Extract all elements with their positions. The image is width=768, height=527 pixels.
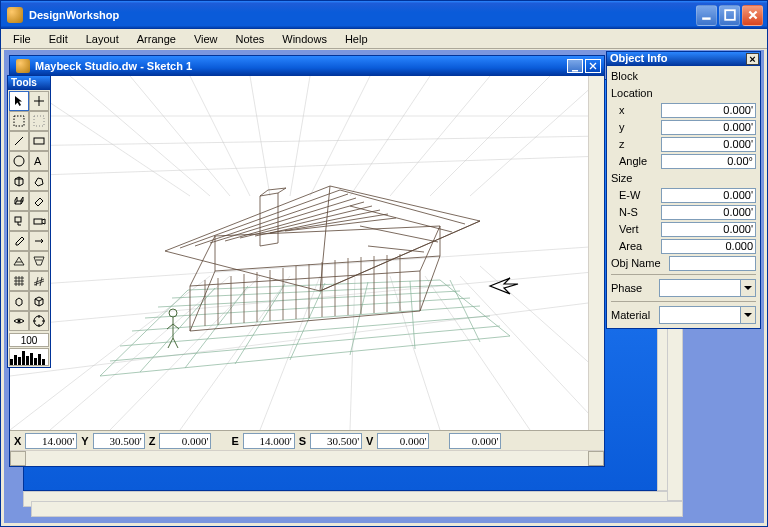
scroll-left-button[interactable] bbox=[10, 451, 26, 466]
cube-tool-icon[interactable] bbox=[9, 171, 29, 191]
extrude-tool-icon[interactable] bbox=[9, 191, 29, 211]
status-x-field[interactable]: 14.000' bbox=[25, 433, 77, 449]
status-e-field[interactable]: 14.000' bbox=[243, 433, 295, 449]
status-z-label: Z bbox=[149, 435, 156, 447]
object-info-title[interactable]: Object Info × bbox=[607, 52, 760, 66]
info-vert-label: Vert bbox=[611, 223, 661, 235]
doc-close-button[interactable] bbox=[585, 59, 601, 73]
svg-rect-6 bbox=[34, 138, 44, 144]
info-angle-field[interactable]: 0.00° bbox=[661, 154, 756, 169]
cube-small-tool-icon[interactable] bbox=[9, 291, 29, 311]
menu-windows[interactable]: Windows bbox=[274, 31, 335, 47]
document-titlebar[interactable]: Maybeck Studio.dw - Sketch 1 bbox=[10, 56, 604, 76]
status-s-field[interactable]: 30.500' bbox=[310, 433, 362, 449]
camera-tool-icon[interactable] bbox=[29, 211, 49, 231]
titlebar[interactable]: DesignWorkshop bbox=[1, 1, 767, 29]
line-tool-icon[interactable] bbox=[9, 131, 29, 151]
svg-rect-2 bbox=[572, 70, 578, 72]
info-ew-field[interactable]: 0.000' bbox=[661, 188, 756, 203]
polyhedron-tool-icon[interactable] bbox=[29, 171, 49, 191]
grid-b-tool-icon[interactable] bbox=[29, 271, 49, 291]
perspective-b-tool-icon[interactable] bbox=[29, 251, 49, 271]
menu-view[interactable]: View bbox=[186, 31, 226, 47]
info-y-field[interactable]: 0.000' bbox=[661, 120, 756, 135]
document-title: Maybeck Studio.dw - Sketch 1 bbox=[35, 60, 192, 72]
viewport[interactable] bbox=[10, 76, 604, 430]
info-z-field[interactable]: 0.000' bbox=[661, 137, 756, 152]
info-vert-field[interactable]: 0.000' bbox=[661, 222, 756, 237]
skyline-profile-icon[interactable] bbox=[9, 348, 49, 366]
status-y-field[interactable]: 30.500' bbox=[93, 433, 145, 449]
menubar: File Edit Layout Arrange View Notes Wind… bbox=[1, 29, 767, 49]
circle-tool-icon[interactable] bbox=[9, 151, 29, 171]
crosshair-tool-icon[interactable] bbox=[29, 91, 49, 111]
info-area-label: Area bbox=[611, 240, 661, 252]
altitude-field[interactable]: 100 bbox=[9, 333, 49, 347]
tools-palette[interactable]: Tools A bbox=[7, 75, 51, 368]
marquee-sparse-tool-icon[interactable] bbox=[29, 111, 49, 131]
eye-tool-icon[interactable] bbox=[9, 311, 29, 331]
info-material-label: Material bbox=[611, 309, 659, 321]
app-icon bbox=[7, 7, 23, 23]
wireframe-canvas bbox=[10, 76, 604, 430]
status-x-label: X bbox=[14, 435, 21, 447]
maximize-button[interactable] bbox=[719, 5, 740, 26]
info-x-field[interactable]: 0.000' bbox=[661, 103, 756, 118]
minimize-button[interactable] bbox=[696, 5, 717, 26]
menu-file[interactable]: File bbox=[5, 31, 39, 47]
svg-rect-10 bbox=[34, 219, 42, 224]
cube-wire-tool-icon[interactable] bbox=[29, 291, 49, 311]
scroll-right-button[interactable] bbox=[588, 451, 604, 466]
info-z-label: z bbox=[611, 138, 661, 150]
info-material-select[interactable] bbox=[659, 306, 756, 324]
eyedropper-tool-icon[interactable] bbox=[9, 231, 29, 251]
eraser-tool-icon[interactable] bbox=[29, 191, 49, 211]
chevron-down-icon bbox=[740, 307, 755, 323]
close-button[interactable] bbox=[742, 5, 763, 26]
arrow-tool-icon[interactable] bbox=[9, 91, 29, 111]
status-v-field[interactable]: 0.000' bbox=[377, 433, 429, 449]
text-tool-icon[interactable]: A bbox=[29, 151, 49, 171]
menu-layout[interactable]: Layout bbox=[78, 31, 127, 47]
marquee-dotted-tool-icon[interactable] bbox=[9, 111, 29, 131]
menu-edit[interactable]: Edit bbox=[41, 31, 76, 47]
horizontal-scrollbar[interactable] bbox=[10, 450, 604, 466]
object-info-close-button[interactable]: × bbox=[746, 53, 759, 65]
info-x-label: x bbox=[611, 104, 661, 116]
svg-point-7 bbox=[14, 156, 24, 166]
magnify-tool-icon[interactable] bbox=[29, 231, 49, 251]
tools-title[interactable]: Tools bbox=[8, 76, 50, 90]
menu-notes[interactable]: Notes bbox=[228, 31, 273, 47]
target-tool-icon[interactable] bbox=[29, 311, 49, 331]
vertical-scrollbar[interactable] bbox=[588, 76, 604, 430]
svg-rect-0 bbox=[702, 17, 710, 19]
info-type-label: Block bbox=[611, 70, 661, 82]
status-v-label: V bbox=[366, 435, 373, 447]
scroll-track[interactable] bbox=[26, 451, 588, 466]
rectangle-tool-icon[interactable] bbox=[29, 131, 49, 151]
document-icon bbox=[16, 59, 30, 73]
info-location-label: Location bbox=[611, 87, 661, 99]
paint-tool-icon[interactable] bbox=[9, 211, 29, 231]
object-info-panel[interactable]: Object Info × Block Location x0.000' y0.… bbox=[606, 51, 761, 329]
info-ns-label: N-S bbox=[611, 206, 661, 218]
info-phase-select[interactable] bbox=[659, 279, 756, 297]
menu-help[interactable]: Help bbox=[337, 31, 376, 47]
info-objname-label: Obj Name bbox=[611, 257, 669, 269]
svg-rect-4 bbox=[14, 116, 24, 126]
perspective-a-tool-icon[interactable] bbox=[9, 251, 29, 271]
info-phase-label: Phase bbox=[611, 282, 659, 294]
info-ns-field[interactable]: 0.000' bbox=[661, 205, 756, 220]
app-title: DesignWorkshop bbox=[29, 9, 696, 21]
doc-minimize-button[interactable] bbox=[567, 59, 583, 73]
info-area-field[interactable]: 0.000 bbox=[661, 239, 756, 254]
stacked-scroll-h-2[interactable] bbox=[31, 501, 683, 517]
separator bbox=[611, 301, 756, 302]
grid-a-tool-icon[interactable] bbox=[9, 271, 29, 291]
svg-text:A: A bbox=[34, 155, 42, 167]
menu-arrange[interactable]: Arrange bbox=[129, 31, 184, 47]
info-objname-field[interactable] bbox=[669, 256, 756, 271]
status-y-label: Y bbox=[81, 435, 88, 447]
status-extra-field[interactable]: 0.000' bbox=[449, 433, 501, 449]
status-z-field[interactable]: 0.000' bbox=[159, 433, 211, 449]
